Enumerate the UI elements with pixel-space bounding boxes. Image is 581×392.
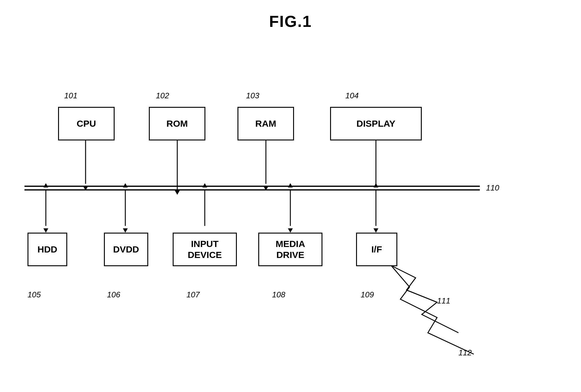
media-drive-label: MEDIA DRIVE: [276, 238, 305, 260]
ref-112: 112: [458, 348, 472, 358]
ram-label: RAM: [255, 118, 276, 129]
rom-box: ROM: [149, 107, 205, 140]
input-device-box: INPUT DEVICE: [173, 233, 237, 266]
ref-110: 110: [486, 183, 499, 193]
rom-label: ROM: [167, 118, 188, 129]
ref-104: 104: [345, 91, 359, 100]
ref-106: 106: [107, 290, 120, 299]
svg-marker-28: [373, 183, 378, 187]
svg-marker-29: [373, 228, 378, 233]
if-box: I/F: [356, 233, 397, 266]
ref-108: 108: [272, 290, 285, 299]
svg-marker-20: [123, 183, 128, 187]
dvdd-label: DVDD: [113, 244, 139, 255]
svg-marker-10: [175, 191, 180, 195]
if-label: I/F: [371, 244, 382, 255]
svg-marker-21: [123, 228, 128, 233]
ref-101: 101: [64, 91, 77, 100]
display-label: DISPLAY: [356, 118, 395, 129]
cpu-box: CPU: [58, 107, 115, 140]
hdd-label: HDD: [38, 244, 57, 255]
svg-marker-17: [43, 183, 48, 187]
dvdd-box: DVDD: [104, 233, 148, 266]
page-title: FIG.1: [0, 0, 581, 31]
svg-marker-26: [288, 228, 293, 233]
svg-marker-13: [263, 186, 268, 191]
ref-103: 103: [246, 91, 259, 100]
media-drive-box: MEDIA DRIVE: [258, 233, 322, 266]
hdd-box: HDD: [28, 233, 67, 266]
ref-105: 105: [28, 290, 41, 299]
svg-marker-8: [83, 186, 88, 191]
cpu-label: CPU: [77, 118, 96, 129]
svg-marker-25: [288, 183, 293, 187]
svg-marker-23: [202, 183, 207, 187]
input-device-label: INPUT DEVICE: [188, 238, 222, 260]
ref-102: 102: [156, 91, 169, 100]
ref-111: 111: [437, 296, 450, 306]
ram-box: RAM: [237, 107, 294, 140]
ref-107: 107: [186, 290, 200, 299]
ref-109: 109: [361, 290, 374, 299]
display-box: DISPLAY: [330, 107, 422, 140]
svg-marker-18: [43, 228, 48, 233]
